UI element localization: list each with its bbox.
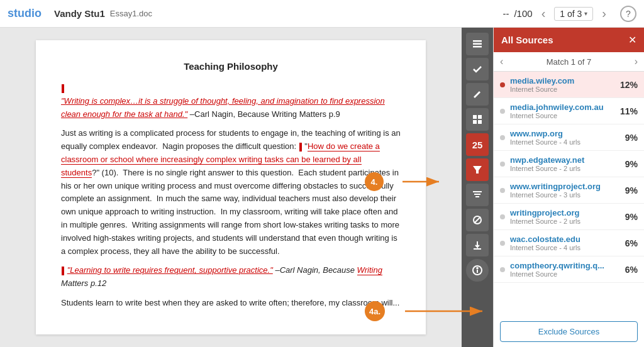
score-value: -- (502, 8, 509, 19)
source-item[interactable]: media.johnwiley.com.au Internet Source 1… (494, 98, 644, 124)
similarity-button[interactable]: 25 (466, 133, 489, 156)
source-item[interactable]: comptheory.qwriting.q... Internet Source… (494, 256, 644, 283)
score-total: /100 (514, 8, 532, 19)
highlighted-quote-2: "Learning to write requires frequent, su… (67, 265, 273, 275)
source-info: writingproject.org Internet Source - 2 u… (510, 208, 621, 225)
source-list: media.wiley.com Internet Source 12% medi… (494, 72, 644, 316)
source-type: Internet Source - 4 urls (510, 244, 621, 251)
source-item[interactable]: writingproject.org Internet Source - 2 u… (494, 204, 644, 230)
block-button[interactable] (466, 209, 489, 231)
check-button[interactable] (466, 58, 489, 80)
source-bullet (500, 109, 505, 114)
source-item[interactable]: wac.colostate.edu Internet Source - 4 ur… (494, 230, 644, 256)
svg-rect-2 (473, 46, 482, 48)
page-indicator-label: 1 of 3 (560, 9, 582, 19)
svg-rect-1 (473, 43, 482, 45)
svg-point-16 (477, 268, 478, 269)
svg-rect-5 (473, 120, 477, 124)
download-button[interactable] (466, 234, 489, 256)
svg-line-12 (474, 217, 480, 223)
match-label: Match 1 of 7 (547, 57, 592, 67)
source-bullet (500, 135, 505, 140)
source-name: media.wiley.com (510, 76, 616, 85)
info-button[interactable] (466, 259, 489, 282)
source-bullet (500, 241, 505, 246)
page-indicator[interactable]: 1 of 3 ▾ (554, 7, 593, 21)
source-bullet (500, 267, 505, 272)
svg-marker-7 (473, 166, 482, 174)
source-bullet (500, 162, 505, 167)
source-type: Internet Source (510, 112, 616, 119)
source-percentage: 9% (625, 212, 638, 222)
source-type: Internet Source - 3 urls (510, 191, 621, 199)
similarity-score: 25 (472, 140, 483, 150)
source-type: Internet Source - 2 urls (510, 165, 621, 172)
edit-button[interactable] (466, 83, 489, 106)
doc-title: Vandy Stu1 (54, 8, 105, 19)
svg-rect-4 (478, 115, 482, 119)
header: studio Vandy Stu1 Essay1.doc -- /100 ‹ 1… (0, 0, 644, 28)
inline-marker-1 (62, 84, 64, 93)
source-name: media.johnwiley.com.au (510, 102, 616, 112)
source-bullet (500, 188, 505, 193)
source-percentage: 11% (620, 106, 638, 116)
svg-rect-6 (478, 120, 482, 124)
paragraph-1: "Writing is complex…it is a struggle of … (61, 95, 401, 121)
right-panel: All Sources ✕ ‹ Match 1 of 7 › media.wil… (493, 28, 644, 347)
chevron-down-icon: ▾ (584, 10, 587, 17)
help-button[interactable]: ? (620, 6, 636, 22)
source-info: wac.colostate.edu Internet Source - 4 ur… (510, 234, 621, 251)
source-name: www.nwp.org (510, 129, 621, 138)
layers-button[interactable] (466, 33, 489, 55)
highlighted-question: How do we create a classroom or school w… (61, 141, 380, 178)
source-item[interactable]: media.wiley.com Internet Source 12% (494, 72, 644, 98)
source-name: comptheory.qwriting.q... (510, 261, 621, 270)
source-type: Internet Source (510, 270, 621, 278)
svg-rect-0 (473, 40, 482, 42)
score-area: -- /100 ‹ 1 of 3 ▾ › ? (502, 4, 636, 23)
inline-marker-2 (299, 143, 302, 151)
source-item[interactable]: www.nwp.org Internet Source - 4 urls 9% (494, 124, 644, 151)
source-percentage: 6% (625, 238, 638, 248)
source-name: nwp.edgateway.net (510, 155, 621, 165)
inline-marker-3 (62, 267, 64, 275)
panel-prev-button[interactable]: ‹ (500, 56, 503, 67)
source-type: Internet Source - 4 urls (510, 138, 621, 146)
grid-button[interactable] (466, 108, 489, 131)
source-type: Internet Source - 2 urls (510, 218, 621, 225)
funnel-button[interactable] (466, 184, 489, 206)
close-panel-button[interactable]: ✕ (628, 34, 636, 46)
panel-nav: ‹ Match 1 of 7 › (494, 52, 644, 72)
app-logo: studio (8, 7, 42, 20)
panel-next-button[interactable]: › (635, 56, 638, 67)
source-item[interactable]: www.writingproject.org Internet Source -… (494, 177, 644, 204)
source-info: www.writingproject.org Internet Source -… (510, 182, 621, 199)
document-area: Teaching Philosophy "Writing is complex…… (0, 28, 462, 347)
filter-active-button[interactable] (466, 158, 489, 181)
source-info: media.wiley.com Internet Source (510, 76, 616, 93)
source-type: Internet Source (510, 85, 616, 93)
prev-page-button[interactable]: ‹ (538, 4, 550, 23)
next-page-button[interactable]: › (598, 4, 610, 23)
source-info: comptheory.qwriting.q... Internet Source (510, 261, 621, 278)
source-name: wac.colostate.edu (510, 234, 621, 244)
source-percentage: 9% (625, 159, 638, 169)
source-name: www.writingproject.org (510, 182, 621, 191)
source-percentage: 9% (625, 133, 638, 143)
source-bullet (500, 82, 505, 87)
source-name: writingproject.org (510, 208, 621, 218)
source-percentage: 6% (625, 265, 638, 275)
paragraph-4: Students learn to write best when they a… (61, 297, 401, 310)
main-layout: Teaching Philosophy "Writing is complex…… (0, 28, 644, 347)
source-info: media.johnwiley.com.au Internet Source (510, 102, 616, 119)
source-bullet (500, 214, 505, 219)
doc-filename: Essay1.doc (110, 9, 152, 18)
doc-heading: Teaching Philosophy (61, 59, 401, 74)
svg-rect-3 (473, 115, 477, 119)
source-item[interactable]: nwp.edgateway.net Internet Source - 2 ur… (494, 151, 644, 177)
source-info: nwp.edgateway.net Internet Source - 2 ur… (510, 155, 621, 172)
toolbar: 25 (462, 28, 493, 347)
panel-title: All Sources (501, 35, 553, 45)
document-content: Teaching Philosophy "Writing is complex…… (36, 40, 426, 334)
exclude-sources-button[interactable]: Exclude Sources (500, 321, 638, 342)
